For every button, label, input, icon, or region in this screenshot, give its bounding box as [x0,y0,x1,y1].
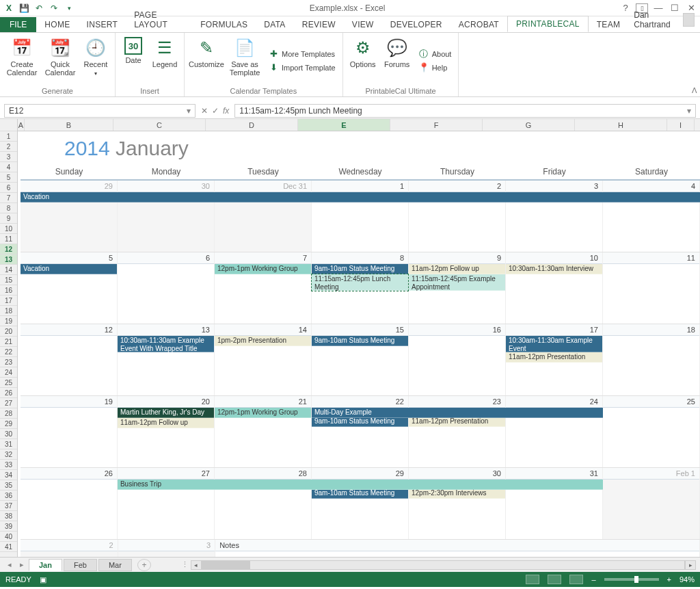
row-header[interactable]: 8 [0,203,17,213]
tab-insert[interactable]: INSERT [79,17,126,32]
redo-icon[interactable]: ↷ [48,2,60,14]
row-header[interactable]: 27 [0,398,17,408]
quick-calendar-button[interactable]: 📆Quick Calendar [42,36,78,86]
event-status-meeting[interactable]: 9am-10am Status Meeting [312,488,408,499]
col-header[interactable]: G [483,119,575,131]
row-header[interactable]: 38 [0,511,17,521]
row-header[interactable]: 24 [0,367,17,378]
row-header[interactable]: 26 [0,388,17,398]
row-header[interactable]: 3 [0,152,17,162]
col-header[interactable]: D [206,119,298,131]
tab-file[interactable]: FILE [0,17,36,32]
event-mlk[interactable]: Martin Luther King, Jr's Day [118,408,214,418]
fx-icon[interactable]: fx [223,106,229,116]
help-button[interactable]: 📍Help [416,62,455,74]
row-header[interactable]: 41 [0,542,17,552]
forums-button[interactable]: 💬Forums [381,36,413,86]
legend-button[interactable]: ☰Legend [150,36,180,86]
row-header[interactable]: 23 [0,357,17,367]
zoom-in-icon[interactable]: + [667,575,671,584]
event-presentation[interactable]: 11am-12pm Presentation [506,352,602,363]
col-header[interactable]: A [18,119,25,131]
view-normal-icon[interactable] [526,575,539,584]
event-status-meeting[interactable]: 9am-10am Status Meeting [312,417,408,427]
qat-dropdown-icon[interactable]: ▾ [63,2,75,14]
tab-team[interactable]: TEAM [589,17,629,32]
date-button[interactable]: 30Date [120,36,147,86]
view-page-layout-icon[interactable] [548,575,561,584]
event-follow-up[interactable]: 11am-12pm Follow up [118,418,214,428]
create-calendar-button[interactable]: 📅Create Calendar [4,36,40,86]
cancel-formula-icon[interactable]: ✕ [201,106,208,116]
zoom-level[interactable]: 94% [679,575,695,584]
event-working-group[interactable]: 12pm-1pm Working Group [215,264,311,274]
row-header[interactable]: 16 [0,285,17,296]
event-presentation[interactable]: 1pm-2pm Presentation [215,336,311,346]
row-header[interactable]: 37 [0,501,17,511]
zoom-out-icon[interactable]: – [591,575,595,584]
collapse-ribbon-icon[interactable]: ᐱ [692,86,697,95]
event-wrapped[interactable]: 10:30am-11:30am Example Event With Wrapp… [118,336,214,352]
row-header[interactable]: 21 [0,337,17,347]
hscroll-left-icon[interactable]: ◂ [191,560,202,570]
row-header[interactable]: 4 [0,162,17,172]
row-header[interactable]: 29 [0,419,17,429]
col-header[interactable]: E [298,119,390,131]
row-header[interactable]: 19 [0,316,17,326]
save-icon[interactable]: 💾 [18,2,30,14]
sheet-tab-feb[interactable]: Feb [64,559,97,571]
row-header[interactable]: 32 [0,449,17,460]
hscroll-right-icon[interactable]: ▸ [685,560,696,570]
row-header[interactable]: 33 [0,460,17,470]
row-header[interactable]: 35 [0,480,17,490]
row-header[interactable]: 22 [0,347,17,357]
event-vacation[interactable]: Vacation [21,192,700,202]
row-header[interactable]: 34 [0,470,17,480]
sheet-nav-next-icon[interactable]: ▸ [16,560,27,569]
event-interviews[interactable]: 12pm-2:30pm Interviews [409,488,505,499]
row-header[interactable]: 12 [0,244,17,254]
row-header[interactable]: 6 [0,183,17,193]
user-name[interactable]: Dan Chartrand [634,10,679,29]
event-working-group[interactable]: 12pm-1pm Working Group [215,408,311,418]
row-header[interactable]: 36 [0,490,17,501]
row-header[interactable]: 2 [0,142,17,152]
col-header[interactable]: F [390,119,483,131]
about-button[interactable]: ⓘAbout [416,48,455,60]
row-header[interactable]: 13 [0,254,17,265]
sheet-tab-jan[interactable]: Jan [29,559,62,571]
zoom-slider[interactable] [604,578,659,581]
row-header[interactable]: 30 [0,429,17,439]
options-button[interactable]: ⚙Options [347,36,379,86]
col-header[interactable]: C [113,119,206,131]
row-header[interactable]: 20 [0,326,17,337]
name-box[interactable]: E12▾ [4,104,196,118]
row-header[interactable]: 10 [0,224,17,234]
row-header[interactable]: 40 [0,532,17,542]
more-templates-button[interactable]: ✚More Templates [265,48,338,60]
sheet-tab-mar[interactable]: Mar [98,559,132,571]
worksheet-area[interactable]: 2014 January SundayMondayTuesdayWednesda… [18,131,700,557]
tab-review[interactable]: REVIEW [294,17,344,32]
event-example[interactable]: 10:30am-11:30am Example Event [506,336,602,352]
chevron-down-icon[interactable]: ▾ [187,106,191,116]
row-header[interactable]: 7 [0,193,17,203]
tab-formulas[interactable]: FORMULAS [192,17,256,32]
column-headers[interactable]: ABCDEFGHI [18,119,700,131]
event-status-meeting[interactable]: 9am-10am Status Meeting [312,264,408,274]
tab-page-layout[interactable]: PAGE LAYOUT [126,8,192,32]
formula-input[interactable]: 11:15am-12:45pm Lunch Meeting▾ [234,104,696,118]
row-header[interactable]: 28 [0,408,17,419]
tab-developer[interactable]: DEVELOPER [382,17,450,32]
add-sheet-button[interactable]: + [137,559,151,571]
col-header[interactable]: H [575,119,667,131]
macro-record-icon[interactable]: ▣ [40,575,46,584]
event-status-meeting[interactable]: 9am-10am Status Meeting [312,336,408,346]
undo-icon[interactable]: ↶ [33,2,45,14]
row-header[interactable]: 39 [0,521,17,532]
tab-view[interactable]: VIEW [344,17,382,32]
row-header[interactable]: 25 [0,378,17,388]
customize-button[interactable]: ✎Customize [189,36,224,86]
event-business-trip[interactable]: Business Trip [118,480,603,490]
import-template-button[interactable]: ⬇Import Template [265,62,338,74]
